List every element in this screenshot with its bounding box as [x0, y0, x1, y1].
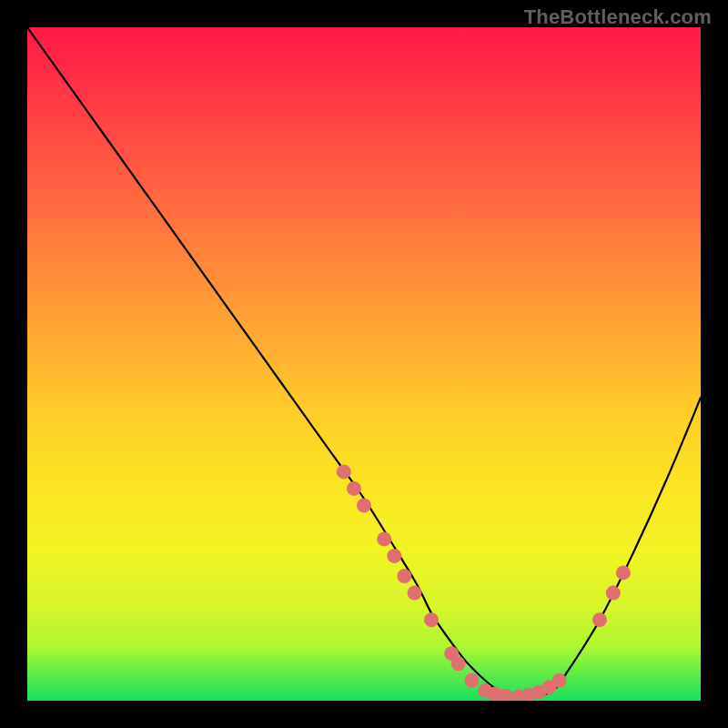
plot-area — [27, 27, 701, 701]
curve-marker — [616, 565, 631, 580]
curve-marker — [397, 569, 411, 583]
bottleneck-curve — [27, 27, 701, 698]
curve-layer — [27, 27, 701, 698]
curve-marker — [451, 656, 466, 671]
curve-marker — [357, 498, 371, 512]
curve-marker — [464, 673, 479, 688]
curve-marker — [387, 549, 401, 563]
marker-layer — [337, 464, 631, 701]
curve-marker — [408, 586, 422, 601]
chart-frame: TheBottleneck.com — [0, 0, 728, 728]
curve-marker — [377, 531, 391, 546]
curve-marker — [337, 464, 351, 479]
curve-marker — [552, 673, 567, 688]
curve-marker — [606, 586, 621, 601]
curve-marker — [592, 612, 607, 627]
watermark-text: TheBottleneck.com — [524, 5, 712, 29]
curve-marker — [424, 612, 439, 627]
curve-svg — [27, 27, 701, 701]
curve-marker — [347, 481, 361, 496]
